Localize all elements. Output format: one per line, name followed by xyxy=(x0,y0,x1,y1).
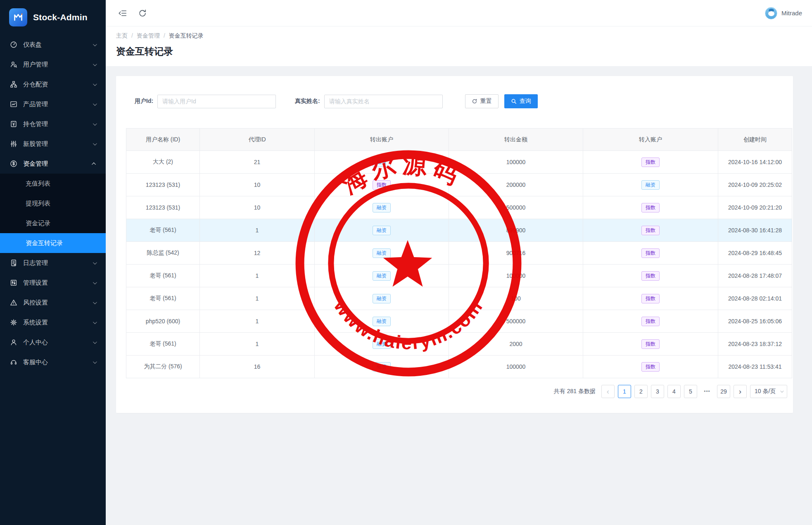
out-account-cell: 融资 xyxy=(315,265,449,287)
collapse-sidebar-icon[interactable] xyxy=(118,9,127,18)
col-user-name: 用户名称 (ID) xyxy=(126,129,200,151)
sidebar-item-admin-settings[interactable]: 管理设置 xyxy=(0,273,106,293)
out-account-cell: 融资 xyxy=(315,356,449,378)
created-time-cell: 2024-08-23 18:37:12 xyxy=(718,333,792,356)
chevron-up-icon xyxy=(92,162,96,166)
page-button-29[interactable]: 29 xyxy=(717,385,730,398)
sidebar-subitem-fund-records[interactable]: 资金记录 xyxy=(0,213,106,233)
agent-id-cell: 1 xyxy=(200,310,315,333)
real-name-label: 真实姓名: xyxy=(295,98,320,105)
control-panel-icon xyxy=(10,279,17,286)
user-menu[interactable]: Mitrade xyxy=(765,7,802,19)
gear-icon xyxy=(10,319,17,326)
agent-id-cell: 21 xyxy=(200,151,315,174)
person-icon xyxy=(10,339,17,346)
in-account-cell: 指数 xyxy=(583,219,718,242)
sidebar-item-risk-settings[interactable]: 风控设置 xyxy=(0,293,106,313)
funds-submenu: 充值列表 提现列表 资金记录 资金互转记录 xyxy=(0,174,106,253)
in-account-cell: 指数 xyxy=(583,151,718,174)
in-account-tag: 指数 xyxy=(641,226,660,235)
page-size-select[interactable]: 10 条/页 xyxy=(750,385,787,398)
next-page-button[interactable]: › xyxy=(734,385,747,398)
real-name-input[interactable] xyxy=(324,95,443,108)
query-button[interactable]: 查询 xyxy=(504,94,538,108)
page-button-1[interactable]: 1 xyxy=(618,385,631,398)
sidebar-item-ipo-mgmt[interactable]: 新股管理 xyxy=(0,134,106,154)
table-row: 123123 (531)10指数200000融资2024-10-09 20:25… xyxy=(126,174,792,196)
in-account-cell: 指数 xyxy=(583,196,718,219)
in-account-tag: 指数 xyxy=(641,271,660,281)
refresh-icon[interactable] xyxy=(138,9,147,18)
sidebar-item-warehouse-alloc[interactable]: 分仓配资 xyxy=(0,74,106,94)
created-time-cell: 2024-08-30 16:41:28 xyxy=(718,219,792,242)
prev-page-button[interactable]: ‹ xyxy=(601,385,615,398)
user-name-cell: 为其二分 (576) xyxy=(126,356,200,378)
reset-button[interactable]: 重置 xyxy=(465,94,499,108)
created-time-cell: 2024-08-28 02:14:01 xyxy=(718,287,792,310)
page-ellipsis[interactable]: ••• xyxy=(700,385,714,398)
out-account-tag: 融资 xyxy=(373,362,391,372)
chart-icon xyxy=(10,100,17,108)
out-account-tag: 融资 xyxy=(373,339,391,349)
breadcrumb-current: 资金互转记录 xyxy=(169,32,204,40)
sidebar-item-personal-center[interactable]: 个人中心 xyxy=(0,332,106,352)
user-name-cell: 123123 (531) xyxy=(126,196,200,219)
agent-id-cell: 10 xyxy=(200,174,315,196)
position-yen-icon xyxy=(10,120,17,128)
sidebar-subitem-withdraw-list[interactable]: 提现列表 xyxy=(0,193,106,213)
sliders-icon xyxy=(10,140,17,148)
table-row: php520 (600)1融资500000指数2024-08-25 16:05:… xyxy=(126,310,792,333)
sidebar-item-funds-mgmt[interactable]: 资金管理 xyxy=(0,154,106,174)
topbar: Mitrade xyxy=(106,0,812,26)
chevron-down-icon xyxy=(93,320,97,324)
sidebar-item-product-mgmt[interactable]: 产品管理 xyxy=(0,94,106,114)
sidebar-item-log-mgmt[interactable]: 日志管理 xyxy=(0,253,106,273)
sidebar-item-position-mgmt[interactable]: 持仓管理 xyxy=(0,114,106,134)
document-icon xyxy=(10,259,17,267)
sidebar-subitem-recharge-list[interactable]: 充值列表 xyxy=(0,174,106,193)
breadcrumb-home[interactable]: 主页 xyxy=(116,32,128,40)
user-name-cell: 123123 (531) xyxy=(126,174,200,196)
sidebar-item-dashboard[interactable]: 仪表盘 xyxy=(0,35,106,55)
app-title: Stock-Admin xyxy=(33,12,88,22)
agent-id-cell: 10 xyxy=(200,196,315,219)
sidebar-item-user-mgmt[interactable]: 用户管理 xyxy=(0,55,106,74)
breadcrumb-funds[interactable]: 资金管理 xyxy=(137,32,160,40)
user-name-cell: 陈总监 (542) xyxy=(126,242,200,265)
col-agent-id: 代理ID xyxy=(200,129,315,151)
sidebar-subitem-fund-transfer-records[interactable]: 资金互转记录 xyxy=(0,233,106,253)
chevron-right-icon: › xyxy=(739,387,741,395)
page-button-3[interactable]: 3 xyxy=(651,385,664,398)
page-button-5[interactable]: 5 xyxy=(684,385,697,398)
in-account-cell: 指数 xyxy=(583,265,718,287)
user-id-input[interactable] xyxy=(157,95,276,108)
agent-id-cell: 1 xyxy=(200,287,315,310)
amount-cell: 100000 xyxy=(449,265,583,287)
reset-icon xyxy=(472,98,477,104)
out-account-cell: 融资 xyxy=(315,242,449,265)
user-name-cell: 老哥 (561) xyxy=(126,219,200,242)
agent-id-cell: 16 xyxy=(200,356,315,378)
chevron-left-icon: ‹ xyxy=(607,387,609,395)
breadcrumb-separator: / xyxy=(131,32,133,40)
created-time-cell: 2024-08-29 16:48:45 xyxy=(718,242,792,265)
amount-cell: 500000 xyxy=(449,310,583,333)
out-account-cell: 融资 xyxy=(315,333,449,356)
chevron-down-icon xyxy=(93,122,97,126)
page-button-4[interactable]: 4 xyxy=(667,385,681,398)
page-button-2[interactable]: 2 xyxy=(634,385,648,398)
pagination-total: 共有 281 条数据 xyxy=(554,388,596,395)
created-time-cell: 2024-08-28 17:48:07 xyxy=(718,265,792,287)
pagination: 共有 281 条数据 ‹ 12345•••29 › 10 条/页 xyxy=(126,385,787,398)
sidebar-item-system-settings[interactable]: 系统设置 xyxy=(0,313,106,332)
table-header-row: 用户名称 (ID) 代理ID 转出账户 转出金额 转入账户 创建时间 xyxy=(126,129,792,151)
chevron-down-icon xyxy=(93,62,97,66)
page-title: 资金互转记录 xyxy=(116,45,812,58)
breadcrumb: 主页 / 资金管理 / 资金互转记录 xyxy=(116,32,812,40)
chevron-down-icon xyxy=(93,300,97,304)
user-name-cell: 老哥 (561) xyxy=(126,333,200,356)
sidebar-item-support-center[interactable]: 客服中心 xyxy=(0,352,106,372)
amount-cell: 900716 xyxy=(449,242,583,265)
in-account-tag: 指数 xyxy=(641,317,660,326)
page-header: 主页 / 资金管理 / 资金互转记录 资金互转记录 xyxy=(106,26,812,66)
